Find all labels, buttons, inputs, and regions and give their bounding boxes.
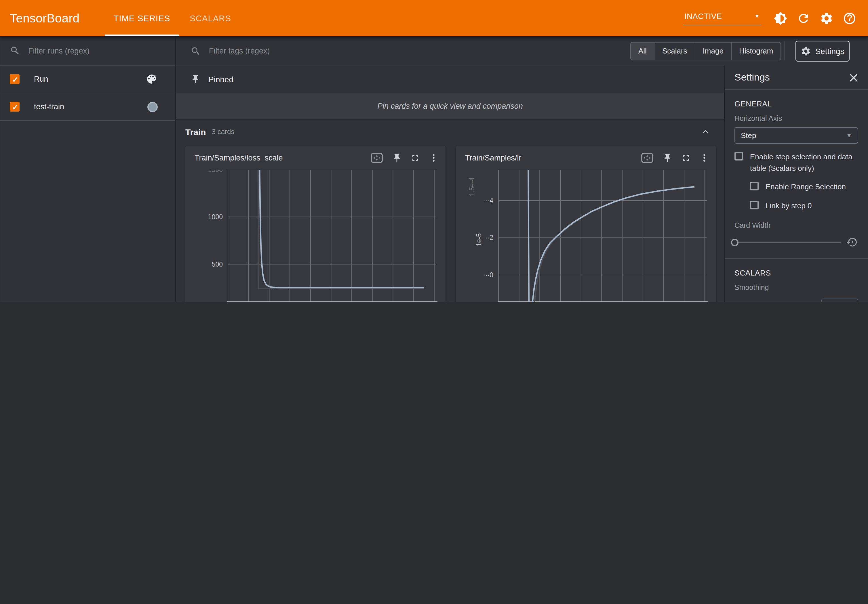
svg-text:1e-5: 1e-5 bbox=[475, 233, 483, 247]
pinned-empty-state: Pin cards for a quick view and compariso… bbox=[176, 93, 724, 119]
pin-icon[interactable] bbox=[662, 153, 672, 162]
reload-status-dropdown[interactable]: INACTIVE ▼ bbox=[683, 11, 761, 25]
card-width-label: Card Width bbox=[735, 221, 858, 230]
section-heading: GENERAL bbox=[735, 99, 858, 108]
range-selection-checkbox[interactable] bbox=[750, 182, 759, 190]
smoothing-row: 0.6 bbox=[735, 298, 858, 302]
refresh-icon[interactable] bbox=[797, 11, 811, 25]
top-app-bar: TensorBoard TIME SERIES SCALARS INACTIVE… bbox=[0, 0, 868, 36]
filter-histogram-button[interactable]: Histogram bbox=[732, 42, 781, 60]
settings-panel-title: Settings bbox=[735, 72, 770, 83]
gear-icon[interactable] bbox=[820, 11, 834, 25]
run-row-test-train[interactable]: test-train bbox=[0, 93, 175, 121]
topbar-actions: INACTIVE ▼ bbox=[683, 0, 861, 36]
search-icon bbox=[191, 46, 201, 56]
group-title: Train bbox=[185, 127, 206, 137]
plugin-filter-group: All Scalars Image Histogram bbox=[630, 42, 781, 60]
svg-text:···2: ···2 bbox=[483, 234, 493, 241]
card-title: Train/Samples/lr bbox=[465, 153, 632, 162]
settings-panel: Settings GENERAL Horizontal Axis Step ▼ … bbox=[724, 66, 868, 302]
fullscreen-icon[interactable] bbox=[681, 153, 691, 162]
range-selection-label: Enable Range Selection bbox=[766, 181, 846, 192]
card-header: Train/Samples/loss_scale bbox=[185, 145, 445, 170]
chevron-up-icon[interactable] bbox=[701, 127, 710, 136]
settings-panel-header: Settings bbox=[725, 66, 868, 90]
group-count: 3 cards bbox=[212, 128, 234, 136]
svg-text:500: 500 bbox=[212, 261, 223, 268]
svg-text:1000: 1000 bbox=[208, 213, 223, 221]
link-by-step-checkbox[interactable] bbox=[750, 201, 759, 209]
reset-icon[interactable] bbox=[847, 236, 858, 248]
run-color-swatch[interactable] bbox=[147, 102, 158, 112]
section-heading: SCALARS bbox=[735, 269, 858, 277]
chart-canvas[interactable]: 002040608010012014016018···0···2···41.5e… bbox=[462, 170, 710, 302]
pinned-section-header: Pinned bbox=[175, 66, 725, 93]
link-by-step-label: Link by step 0 bbox=[766, 200, 812, 211]
svg-text:1500: 1500 bbox=[208, 170, 223, 173]
run-name: test-train bbox=[34, 102, 64, 111]
run-header-checkbox[interactable] bbox=[10, 74, 20, 84]
horizontal-axis-value: Step bbox=[741, 131, 756, 140]
run-checkbox[interactable] bbox=[10, 102, 20, 111]
step-selection-row[interactable]: Enable step selection and data table (Sc… bbox=[735, 151, 858, 174]
help-icon[interactable] bbox=[843, 11, 857, 25]
tab-time-series[interactable]: TIME SERIES bbox=[104, 0, 180, 36]
tensorboard-app: TensorBoard TIME SERIES SCALARS INACTIVE… bbox=[0, 0, 868, 302]
settings-button[interactable]: Settings bbox=[795, 40, 849, 61]
run-filter-field[interactable]: Filter runs (regex) bbox=[0, 36, 175, 66]
smoothing-label: Smoothing bbox=[735, 284, 858, 292]
horizontal-axis-label: Horizontal Axis bbox=[735, 114, 858, 122]
caret-down-icon: ▼ bbox=[754, 14, 760, 19]
gear-icon bbox=[801, 46, 811, 56]
scalar-card-loss-scale: Train/Samples/loss_scale bbox=[185, 145, 445, 302]
cards-area: Pinned Pin cards for a quick view and co… bbox=[175, 66, 725, 302]
step-selection-label: Enable step selection and data table (Sc… bbox=[750, 151, 858, 174]
filter-scalars-button[interactable]: Scalars bbox=[655, 42, 695, 60]
tag-filter-placeholder: Filter tags (regex) bbox=[209, 46, 270, 55]
filter-all-button[interactable]: All bbox=[631, 42, 655, 60]
palette-icon[interactable] bbox=[146, 73, 158, 85]
close-icon[interactable] bbox=[849, 73, 858, 82]
tag-filter-field[interactable]: Filter tags (regex) bbox=[191, 46, 270, 56]
pin-icon bbox=[191, 74, 200, 84]
range-selection-row[interactable]: Enable Range Selection bbox=[750, 181, 858, 192]
card-width-slider[interactable] bbox=[735, 238, 841, 246]
smoothing-input[interactable]: 0.6 bbox=[822, 298, 858, 302]
card-title: Train/Samples/loss_scale bbox=[195, 153, 361, 162]
svg-text:···0: ···0 bbox=[483, 271, 493, 279]
train-group-header[interactable]: Train 3 cards bbox=[175, 119, 725, 144]
settings-section-general: GENERAL Horizontal Axis Step ▼ Enable st… bbox=[725, 90, 868, 259]
filter-image-button[interactable]: Image bbox=[695, 42, 732, 60]
link-by-step-row[interactable]: Link by step 0 bbox=[750, 200, 858, 211]
run-header-label: Run bbox=[34, 75, 48, 83]
fullscreen-icon[interactable] bbox=[411, 153, 420, 162]
card-header: Train/Samples/lr bbox=[456, 145, 716, 170]
reload-status-label: INACTIVE bbox=[684, 12, 722, 21]
runs-sidebar: Filter runs (regex) Run test-train bbox=[0, 36, 175, 302]
brightness-toggle-icon[interactable] bbox=[773, 11, 787, 25]
run-header-row: Run bbox=[0, 66, 175, 93]
step-selection-checkbox[interactable] bbox=[735, 152, 743, 161]
run-filter-placeholder: Filter runs (regex) bbox=[28, 46, 90, 55]
tab-scalars[interactable]: SCALARS bbox=[180, 0, 241, 36]
card-width-row bbox=[735, 236, 858, 248]
horizontal-axis-select[interactable]: Step ▼ bbox=[735, 127, 858, 144]
scalar-card-lr: Train/Samples/lr bbox=[456, 145, 716, 302]
main-tabs: TIME SERIES SCALARS bbox=[104, 0, 241, 36]
more-options-icon[interactable] bbox=[429, 153, 439, 162]
chart-canvas[interactable]: 00204060801001201401601850010001500 bbox=[191, 170, 440, 302]
pin-icon[interactable] bbox=[392, 153, 402, 162]
pan-mode-icon[interactable] bbox=[370, 152, 383, 163]
more-options-icon[interactable] bbox=[699, 153, 709, 162]
tag-toolbar: Filter tags (regex) All Scalars Image Hi… bbox=[175, 36, 868, 66]
svg-text:1.5e-4: 1.5e-4 bbox=[468, 178, 476, 196]
main-area: Filter tags (regex) All Scalars Image Hi… bbox=[175, 36, 868, 302]
toolbar-divider bbox=[784, 42, 785, 60]
settings-button-label: Settings bbox=[815, 46, 844, 56]
svg-text:···4: ···4 bbox=[483, 197, 493, 204]
settings-section-scalars: SCALARS Smoothing 0.6 Tooltip sorting me… bbox=[725, 259, 868, 302]
app-logo: TensorBoard bbox=[10, 11, 80, 25]
pan-mode-icon[interactable] bbox=[641, 152, 654, 163]
pinned-empty-message: Pin cards for a quick view and compariso… bbox=[377, 102, 523, 110]
pinned-title: Pinned bbox=[208, 74, 233, 84]
